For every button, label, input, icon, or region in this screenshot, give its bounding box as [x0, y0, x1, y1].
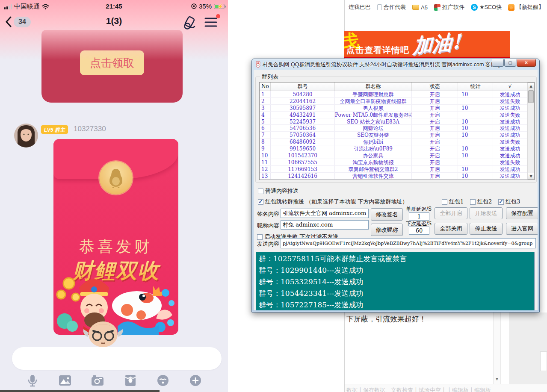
send-content-input[interactable]	[281, 238, 536, 248]
checkbox-icon[interactable]	[258, 199, 263, 205]
avatar[interactable]	[14, 124, 38, 147]
checkbox-icon[interactable]	[498, 199, 504, 205]
stop-send-button[interactable]: 停止发送	[470, 223, 503, 235]
rabbit-app-icon	[255, 61, 261, 68]
bookmark-item[interactable]: 连我巴巴	[349, 3, 371, 11]
table-row[interactable]: 868486092你妈bibi开启发送失败	[260, 139, 527, 145]
camera-icon[interactable]	[90, 373, 105, 388]
signature-input[interactable]	[281, 209, 369, 218]
group-name: 男人很累	[335, 105, 412, 111]
group-id: 99159650	[271, 145, 335, 152]
bookmark-item[interactable]: 推广软件	[434, 3, 464, 11]
more-plus-icon[interactable]	[188, 373, 203, 388]
table-row[interactable]: 757050364SEO友链外链开启10发送成功	[260, 132, 527, 139]
send-result: 发送成功	[493, 166, 527, 172]
red-packet-icon[interactable]	[123, 373, 138, 388]
row-no: 4	[260, 112, 271, 118]
save-config-button[interactable]: 保存配置	[506, 207, 538, 219]
table-row[interactable]: 654706536网赚论坛开启10发送成功	[260, 125, 527, 132]
chat-toolbar	[0, 370, 228, 391]
bookmark-item[interactable]: ★SEO快	[471, 3, 502, 11]
edit-signature-button[interactable]: 修改签名	[371, 208, 403, 221]
bookmark-item[interactable]: 【新提醒】	[508, 3, 544, 11]
option-redpacket-redirect[interactable]: 红包跳转群推送 （如果选择了本功能 下方内容放群地址）	[258, 198, 408, 206]
send-result: 发送成功	[493, 152, 527, 159]
table-row[interactable]: 330595897男人很累开启10发送成功	[260, 105, 527, 112]
table-header: No群号群名称状态统计√	[260, 83, 527, 91]
bookmark-label: 【新提醒】	[516, 3, 544, 11]
row-no: 8	[260, 139, 271, 145]
table-row[interactable]: 222044162全网最全口罩防疫物资线报群开启发送失败	[260, 98, 527, 105]
group-id: 49432491	[271, 112, 335, 118]
table-row[interactable]: 12117669153双翼邮件营销交流群2开启10发送成功	[260, 166, 527, 173]
group-name: 手赚网赚理财总群	[335, 91, 412, 97]
group-name: 办公家具	[335, 152, 412, 159]
visit-site-button[interactable]: 进入官网	[506, 223, 538, 235]
group-id: 54706536	[271, 125, 335, 131]
table-row[interactable]: 999159650引流出粉\u0F89开启10发送成功	[260, 145, 527, 152]
option-label: 红包2	[477, 198, 492, 206]
table-row[interactable]: 13124142616营销引流软件交流开启10发送成功	[260, 173, 527, 180]
count: 10	[458, 118, 493, 125]
option-hongbao3[interactable]: 红包3	[498, 198, 520, 206]
table-row[interactable]: 1504280手赚网赚理财总群开启10发送成功	[260, 91, 527, 98]
scroll-down-arrow-icon[interactable]: ▼	[495, 377, 499, 381]
close-button[interactable]: ✕	[517, 59, 536, 67]
page-scrollbar[interactable]: ▼	[493, 312, 501, 384]
bookmark-item[interactable]: A5	[412, 4, 428, 11]
column-header[interactable]: No	[260, 83, 271, 91]
checkbox-icon[interactable]	[470, 199, 476, 205]
checkbox-icon[interactable]	[257, 234, 263, 240]
group-call-icon[interactable]	[182, 15, 197, 30]
scroll-down-icon[interactable]: ▼	[528, 173, 534, 180]
qq-penguin-seal-icon	[99, 161, 133, 195]
nickname-input[interactable]	[281, 220, 369, 230]
start-send-button[interactable]: 开始发送	[470, 207, 503, 219]
column-header[interactable]: 状态	[412, 83, 458, 91]
message-input[interactable]	[12, 347, 222, 370]
column-header[interactable]: 统计	[458, 83, 493, 91]
send-content-label: 发送内容	[257, 240, 279, 248]
column-header[interactable]: 群号	[271, 83, 335, 91]
maximize-button[interactable]: ▢	[504, 59, 516, 67]
column-header[interactable]: 群名称	[335, 83, 412, 91]
folder-icon	[412, 5, 419, 10]
send-result: 发送成功	[493, 105, 527, 111]
single-delay-label: 单群延迟/S	[406, 206, 432, 213]
send-result: 发送成功	[493, 91, 527, 97]
count	[458, 98, 493, 104]
checkbox-icon[interactable]	[442, 199, 447, 205]
ad-banner[interactable]: 戋 点击查看详情吧 加油!	[344, 31, 510, 58]
title-bar[interactable]: 村兔合购网 QQ群消息推送引流协议软件 支持24小时自动循环推送消息引流 官网a…	[252, 59, 539, 70]
table-row[interactable]: 552245937SEO 站长之家\uE83A开启10发送成功	[260, 118, 527, 125]
table-row[interactable]: 449432491Power MTA5.0邮件群发服务器搭建开启发送失败	[260, 112, 527, 118]
edit-nickname-button[interactable]: 修改昵称	[371, 224, 403, 236]
option-hongbao1[interactable]: 红包1	[442, 198, 464, 206]
count: 10	[458, 173, 493, 179]
log-line: 群号：1057227185---发送成功	[259, 299, 532, 310]
option-hongbao2[interactable]: 红包2	[470, 198, 492, 206]
emoji-icon[interactable]	[156, 373, 170, 388]
group-id: 30595897	[271, 105, 335, 111]
option-ordinary-push[interactable]: 普通内容推送	[258, 187, 299, 195]
status: 开启	[412, 112, 458, 118]
table-scrollbar[interactable]: ▲ ▼	[527, 83, 534, 180]
microphone-icon[interactable]	[25, 373, 40, 388]
column-header[interactable]: √	[493, 83, 527, 91]
red-envelope-card[interactable]: 恭喜发财 财鲤双收	[53, 139, 178, 335]
table-row[interactable]: 10101542370办公家具开启10发送成功	[260, 152, 527, 159]
scroll-up-icon[interactable]: ▲	[528, 83, 534, 89]
table-row[interactable]: 11106657555淘宝京东购物线报开启发送失败	[260, 159, 527, 166]
menu-icon[interactable]	[204, 17, 217, 27]
minimize-button[interactable]: —	[492, 59, 504, 67]
single-delay-input[interactable]	[409, 212, 429, 221]
photo-icon[interactable]	[58, 373, 72, 388]
checkbox-icon[interactable]	[258, 189, 263, 194]
claim-button[interactable]: 点击领取	[80, 50, 144, 75]
group-id: 504280	[271, 91, 335, 97]
open-all-button[interactable]: 全部开启	[435, 207, 467, 219]
next-delay-input[interactable]	[409, 227, 429, 235]
close-all-button[interactable]: 全部关闭	[435, 223, 467, 235]
bookmark-item[interactable]: 合作代装	[377, 3, 406, 11]
scroll-thumb[interactable]	[528, 90, 534, 103]
